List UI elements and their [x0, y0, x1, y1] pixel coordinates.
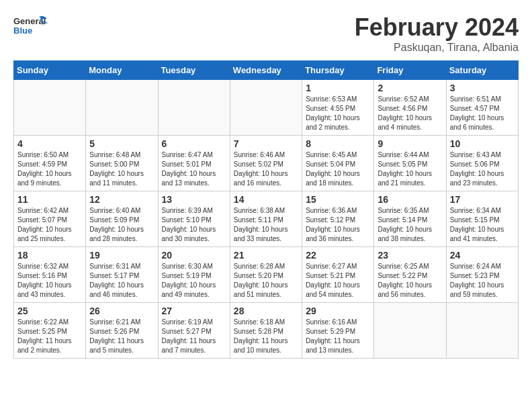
- weekday-header-monday: Monday: [86, 61, 158, 80]
- day-number: 24: [450, 250, 515, 261]
- day-info: Sunrise: 6:45 AMSunset: 5:04 PMDaylight:…: [306, 150, 370, 188]
- calendar-cell: 29Sunrise: 6:16 AMSunset: 5:29 PMDayligh…: [302, 303, 374, 359]
- title-area: February 2024 Paskuqan, Tirana, Albania: [355, 13, 519, 54]
- day-info: Sunrise: 6:18 AMSunset: 5:28 PMDaylight:…: [234, 318, 298, 355]
- day-number: 20: [162, 250, 226, 261]
- day-number: 18: [17, 250, 82, 261]
- day-number: 15: [306, 194, 370, 205]
- day-number: 25: [17, 306, 82, 316]
- calendar-cell: 7Sunrise: 6:46 AMSunset: 5:02 PMDaylight…: [230, 136, 302, 191]
- calendar-cell: 8Sunrise: 6:45 AMSunset: 5:04 PMDaylight…: [302, 136, 374, 191]
- calendar-cell: 16Sunrise: 6:35 AMSunset: 5:14 PMDayligh…: [374, 191, 446, 247]
- day-info: Sunrise: 6:32 AMSunset: 5:16 PMDaylight:…: [17, 262, 82, 300]
- calendar-cell: 5Sunrise: 6:48 AMSunset: 5:00 PMDaylight…: [86, 136, 158, 191]
- day-info: Sunrise: 6:35 AMSunset: 5:14 PMDaylight:…: [378, 206, 442, 244]
- day-number: 29: [306, 306, 370, 316]
- calendar-cell: 18Sunrise: 6:32 AMSunset: 5:16 PMDayligh…: [14, 247, 86, 303]
- day-number: 1: [306, 83, 370, 93]
- day-number: 17: [450, 194, 515, 205]
- header: General Blue February 2024 Paskuqan, Tir…: [13, 13, 519, 54]
- day-number: 7: [234, 138, 298, 149]
- calendar-cell: [86, 80, 158, 136]
- day-info: Sunrise: 6:28 AMSunset: 5:20 PMDaylight:…: [234, 262, 298, 300]
- day-number: 21: [234, 250, 298, 261]
- calendar-cell: 24Sunrise: 6:24 AMSunset: 5:23 PMDayligh…: [446, 247, 518, 303]
- calendar-table: SundayMondayTuesdayWednesdayThursdayFrid…: [13, 60, 519, 359]
- day-number: 9: [378, 138, 442, 149]
- day-number: 3: [450, 83, 515, 93]
- day-number: 5: [89, 138, 154, 149]
- logo: General Blue: [13, 13, 50, 40]
- calendar-cell: 21Sunrise: 6:28 AMSunset: 5:20 PMDayligh…: [230, 247, 302, 303]
- day-number: 22: [306, 250, 370, 261]
- day-info: Sunrise: 6:25 AMSunset: 5:22 PMDaylight:…: [378, 262, 442, 300]
- day-number: 27: [162, 306, 226, 316]
- calendar-cell: 10Sunrise: 6:43 AMSunset: 5:06 PMDayligh…: [446, 136, 518, 191]
- weekday-header-tuesday: Tuesday: [158, 61, 230, 80]
- calendar-cell: 27Sunrise: 6:19 AMSunset: 5:27 PMDayligh…: [158, 303, 230, 359]
- week-row-3: 11Sunrise: 6:42 AMSunset: 5:07 PMDayligh…: [14, 191, 519, 247]
- day-info: Sunrise: 6:53 AMSunset: 4:55 PMDaylight:…: [306, 95, 370, 132]
- calendar-cell: 23Sunrise: 6:25 AMSunset: 5:22 PMDayligh…: [374, 247, 446, 303]
- day-number: 23: [378, 250, 442, 261]
- calendar-cell: 4Sunrise: 6:50 AMSunset: 4:59 PMDaylight…: [14, 136, 86, 191]
- weekday-header-sunday: Sunday: [14, 61, 86, 80]
- weekday-header-saturday: Saturday: [446, 61, 518, 80]
- week-row-1: 1Sunrise: 6:53 AMSunset: 4:55 PMDaylight…: [14, 80, 519, 136]
- day-number: 6: [162, 138, 226, 149]
- calendar-cell: 11Sunrise: 6:42 AMSunset: 5:07 PMDayligh…: [14, 191, 86, 247]
- calendar-cell: 19Sunrise: 6:31 AMSunset: 5:17 PMDayligh…: [86, 247, 158, 303]
- day-info: Sunrise: 6:38 AMSunset: 5:11 PMDaylight:…: [234, 206, 298, 244]
- weekday-header-thursday: Thursday: [302, 61, 374, 80]
- weekday-header-wednesday: Wednesday: [230, 61, 302, 80]
- day-number: 26: [89, 306, 154, 316]
- location-title: Paskuqan, Tirana, Albania: [355, 42, 519, 54]
- logo-icon: General Blue: [13, 13, 50, 40]
- day-number: 2: [378, 83, 442, 93]
- month-title: February 2024: [355, 13, 519, 42]
- day-info: Sunrise: 6:44 AMSunset: 5:05 PMDaylight:…: [378, 150, 442, 188]
- calendar-cell: 1Sunrise: 6:53 AMSunset: 4:55 PMDaylight…: [302, 80, 374, 136]
- week-row-2: 4Sunrise: 6:50 AMSunset: 4:59 PMDaylight…: [14, 136, 519, 191]
- day-number: 13: [162, 194, 226, 205]
- day-info: Sunrise: 6:43 AMSunset: 5:06 PMDaylight:…: [450, 150, 515, 188]
- day-info: Sunrise: 6:47 AMSunset: 5:01 PMDaylight:…: [162, 150, 226, 188]
- calendar-cell: 3Sunrise: 6:51 AMSunset: 4:57 PMDaylight…: [446, 80, 518, 136]
- day-number: 19: [89, 250, 154, 261]
- day-number: 4: [17, 138, 82, 149]
- day-info: Sunrise: 6:50 AMSunset: 4:59 PMDaylight:…: [17, 150, 82, 188]
- day-info: Sunrise: 6:46 AMSunset: 5:02 PMDaylight:…: [234, 150, 298, 188]
- day-info: Sunrise: 6:34 AMSunset: 5:15 PMDaylight:…: [450, 206, 515, 244]
- day-number: 28: [234, 306, 298, 316]
- day-number: 12: [89, 194, 154, 205]
- day-number: 8: [306, 138, 370, 149]
- calendar-cell: [14, 80, 86, 136]
- day-number: 11: [17, 194, 82, 205]
- calendar-cell: [230, 80, 302, 136]
- calendar-cell: 13Sunrise: 6:39 AMSunset: 5:10 PMDayligh…: [158, 191, 230, 247]
- day-info: Sunrise: 6:30 AMSunset: 5:19 PMDaylight:…: [162, 262, 226, 300]
- day-info: Sunrise: 6:22 AMSunset: 5:25 PMDaylight:…: [17, 318, 82, 355]
- calendar-cell: 12Sunrise: 6:40 AMSunset: 5:09 PMDayligh…: [86, 191, 158, 247]
- day-info: Sunrise: 6:42 AMSunset: 5:07 PMDaylight:…: [17, 206, 82, 244]
- weekday-header-row: SundayMondayTuesdayWednesdayThursdayFrid…: [14, 61, 519, 80]
- day-info: Sunrise: 6:31 AMSunset: 5:17 PMDaylight:…: [89, 262, 154, 300]
- calendar-cell: 28Sunrise: 6:18 AMSunset: 5:28 PMDayligh…: [230, 303, 302, 359]
- day-info: Sunrise: 6:19 AMSunset: 5:27 PMDaylight:…: [162, 318, 226, 355]
- day-info: Sunrise: 6:48 AMSunset: 5:00 PMDaylight:…: [89, 150, 154, 188]
- calendar-cell: 9Sunrise: 6:44 AMSunset: 5:05 PMDaylight…: [374, 136, 446, 191]
- day-info: Sunrise: 6:16 AMSunset: 5:29 PMDaylight:…: [306, 318, 370, 355]
- calendar-cell: 2Sunrise: 6:52 AMSunset: 4:56 PMDaylight…: [374, 80, 446, 136]
- day-number: 10: [450, 138, 515, 149]
- calendar-cell: [158, 80, 230, 136]
- day-info: Sunrise: 6:51 AMSunset: 4:57 PMDaylight:…: [450, 95, 515, 132]
- calendar-cell: 14Sunrise: 6:38 AMSunset: 5:11 PMDayligh…: [230, 191, 302, 247]
- calendar-cell: 26Sunrise: 6:21 AMSunset: 5:26 PMDayligh…: [86, 303, 158, 359]
- day-info: Sunrise: 6:24 AMSunset: 5:23 PMDaylight:…: [450, 262, 515, 300]
- calendar-cell: 20Sunrise: 6:30 AMSunset: 5:19 PMDayligh…: [158, 247, 230, 303]
- calendar-cell: 22Sunrise: 6:27 AMSunset: 5:21 PMDayligh…: [302, 247, 374, 303]
- day-info: Sunrise: 6:21 AMSunset: 5:26 PMDaylight:…: [89, 318, 154, 355]
- day-info: Sunrise: 6:40 AMSunset: 5:09 PMDaylight:…: [89, 206, 154, 244]
- weekday-header-friday: Friday: [374, 61, 446, 80]
- calendar-cell: [446, 303, 518, 359]
